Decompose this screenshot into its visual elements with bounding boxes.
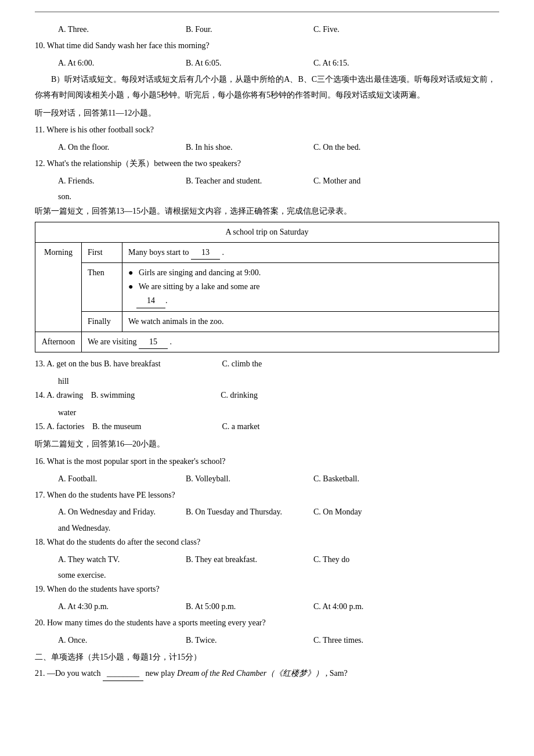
q12-wrap: son.	[58, 190, 499, 204]
q20-option-a: A. Once.	[58, 633, 186, 647]
option-c-five: C. Five.	[313, 23, 441, 37]
q17-text: 17. When do the students have PE lessons…	[35, 491, 175, 499]
q16-option-a: A. Football.	[58, 472, 186, 486]
blank-14: 14	[136, 294, 165, 308]
q18-option-c: C. They do	[313, 553, 441, 567]
table-title: A school trip on Saturday	[35, 222, 499, 242]
q20-option-b: B. Twice.	[186, 633, 313, 647]
q19-options: A. At 4:30 p.m. B. At 5:00 p.m. C. At 4:…	[58, 600, 499, 614]
q11-option-b: B. In his shoe.	[186, 141, 313, 154]
q19-option-b: B. At 5:00 p.m.	[186, 600, 313, 614]
q18-options: A. They watch TV. B. They eat breakfast.…	[58, 553, 499, 567]
question-10: 10. What time did Sandy wash her face th…	[35, 39, 499, 53]
q10-option-a: A. At 6:00.	[58, 56, 186, 70]
afternoon-content-cell: We are visiting 15 .	[82, 332, 499, 352]
q10-text: 10. What time did Sandy wash her face th…	[35, 41, 210, 50]
question-11: 11. Where is his other football sock?	[35, 123, 499, 137]
q21-text3: , Sam?	[326, 669, 348, 678]
morning-cell: Morning	[35, 242, 82, 332]
top-divider	[35, 12, 499, 12]
q17-option-b: B. On Tuesday and Thursday.	[186, 505, 313, 519]
then-bullet2-row: ● We are sitting by a lake and some are …	[128, 280, 493, 308]
q12-option-a: A. Friends.	[58, 174, 186, 188]
listen-dialog-header: 听一段对话，回答第11—12小题。	[35, 106, 499, 121]
bullet-icon-1: ●	[128, 268, 133, 277]
q14-text: 14. A. drawing	[35, 391, 83, 399]
question-18: 18. What do the students do after the se…	[35, 535, 499, 549]
q15-b-opt: B. the museum	[92, 420, 220, 434]
q11-option-a: A. On the floor.	[58, 141, 186, 154]
q21-text1: 21. —Do you watch	[35, 669, 101, 678]
question-21: 21. —Do you watch ________ new play Drea…	[35, 667, 499, 681]
q10-options: A. At 6:00. B. At 6:05. C. At 6:15.	[58, 56, 499, 70]
q17-options: A. On Wednesday and Friday. B. On Tuesda…	[58, 505, 499, 519]
q20-options: A. Once. B. Twice. C. Three times.	[58, 633, 499, 647]
question-14: 14. A. drawing B. swimming C. drinking	[35, 388, 499, 402]
q11-text: 11. Where is his other football sock?	[35, 125, 154, 134]
finally-label-cell: Finally	[82, 311, 122, 332]
question-12: 12. What's the relationship（关系）between t…	[35, 157, 499, 171]
q12-option-c: C. Mother and	[313, 174, 441, 188]
q17-option-c: C. On Monday	[313, 505, 441, 519]
school-trip-table: A school trip on Saturday Morning First …	[35, 222, 499, 353]
first-label-cell: First	[82, 242, 122, 263]
q19-text: 19. When do the students have sports?	[35, 585, 160, 593]
q20-text: 20. How many times do the students have …	[35, 618, 266, 627]
question-19: 19. When do the students have sports?	[35, 582, 499, 596]
q16-option-b: B. Volleyball.	[186, 472, 313, 486]
then-period: .	[165, 296, 168, 305]
q20-option-c: C. Three times.	[313, 633, 441, 647]
then-bullet1-text: Girls are singing and dancing at 9:00.	[139, 268, 261, 277]
afternoon-cell: Afternoon	[35, 332, 82, 352]
q15-c-opt: C. a market	[222, 422, 260, 431]
first-period: .	[222, 248, 225, 257]
blank-13: 13	[191, 246, 220, 260]
q11-option-c: C. On the bed.	[313, 141, 441, 154]
first-content-cell: Many boys start to 13 .	[122, 242, 499, 263]
pre-q10-options: A. Three. B. Four. C. Five.	[58, 23, 499, 37]
q14-c-opt: C. drinking	[221, 391, 258, 399]
then-bullet1-row: ● Girls are singing and dancing at 9:00.	[128, 266, 493, 280]
option-a-three: A. Three.	[58, 23, 186, 37]
listen-passage1-header: 听第一篇短文，回答第13—15小题。请根据短文内容，选择正确答案，完成信息记录表…	[35, 204, 499, 219]
q13-text: 13. A. get on the bus	[35, 359, 102, 368]
q14-wrap: water	[58, 406, 499, 420]
afternoon-period: .	[169, 337, 172, 346]
q21-italic: Dream of the Red Chamber（《红楼梦》）	[177, 669, 323, 678]
then-label-cell: Then	[82, 263, 122, 311]
then-bullet2-text: We are sitting by a lake and some are	[139, 282, 260, 291]
q18-text: 18. What do the students do after the se…	[35, 538, 200, 546]
q17-option-a: A. On Wednesday and Friday.	[58, 505, 186, 519]
q13-c-opt: C. climb the	[222, 359, 262, 368]
blank-15: 15	[139, 335, 168, 350]
q16-option-c: C. Basketball.	[313, 472, 441, 486]
option-b-four: B. Four.	[186, 23, 313, 37]
finally-content-cell: We watch animals in the zoo.	[122, 311, 499, 332]
q10-option-b: B. At 6:05.	[186, 56, 313, 70]
q19-option-a: A. At 4:30 p.m.	[58, 600, 186, 614]
question-16: 16. What is the most popular sport in th…	[35, 455, 499, 469]
q10-option-c: C. At 6:15.	[313, 56, 441, 70]
q12-option-b: B. Teacher and student.	[186, 174, 313, 188]
afternoon-text: We are visiting	[88, 337, 136, 346]
bullet-icon-2: ●	[128, 282, 133, 291]
q16-text: 16. What is the most popular sport in th…	[35, 457, 225, 466]
q11-options: A. On the floor. B. In his shoe. C. On t…	[58, 141, 499, 154]
question-17: 17. When do the students have PE lessons…	[35, 488, 499, 502]
q18-option-b: B. They eat breakfast.	[186, 553, 313, 567]
question-13: 13. A. get on the bus B. have breakfast …	[35, 357, 499, 371]
q21-blank: ________	[103, 667, 143, 681]
then-content-cell: ● Girls are singing and dancing at 9:00.…	[122, 263, 499, 311]
q13-b-opt: B. have breakfast	[104, 357, 220, 371]
first-content-text: Many boys start to	[128, 248, 189, 257]
q21-text2: new play	[146, 669, 175, 678]
q13-wrap: hill	[58, 375, 499, 388]
question-20: 20. How many times do the students have …	[35, 616, 499, 630]
listen-passage2-header: 听第二篇短文，回答第16—20小题。	[35, 437, 499, 452]
q12-text: 12. What's the relationship（关系）between t…	[35, 159, 241, 168]
q16-options: A. Football. B. Volleyball. C. Basketbal…	[58, 472, 499, 486]
q15-text: 15. A. factories	[35, 422, 85, 431]
section2-header: 二、单项选择（共15小题，每题1分，计15分）	[35, 650, 499, 664]
q14-b-opt: B. swimming	[91, 388, 219, 402]
q17-wrap: and Wednesday.	[58, 521, 499, 535]
